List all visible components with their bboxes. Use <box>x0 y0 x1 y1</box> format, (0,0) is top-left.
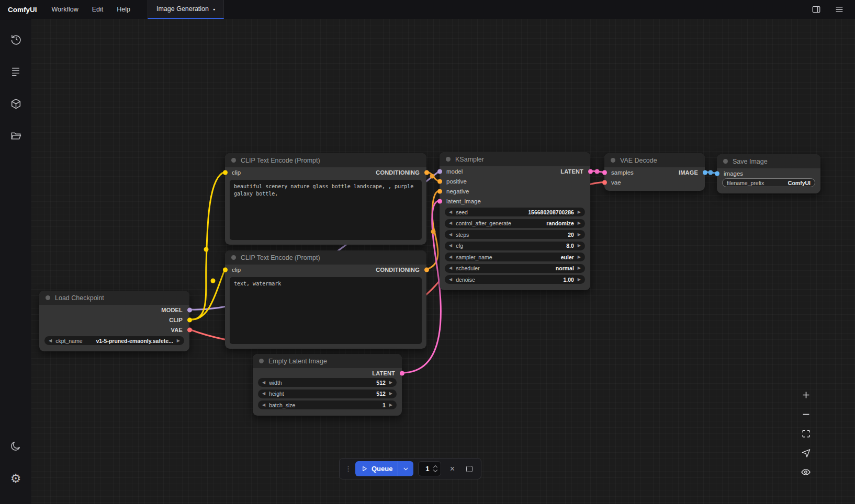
increment-arrow-icon[interactable]: ▶ <box>578 266 581 270</box>
increment-arrow-icon[interactable]: ▶ <box>578 255 581 259</box>
drag-handle-icon[interactable]: ⋮ <box>345 465 351 473</box>
tab-image-generation[interactable]: Image Generation ● <box>148 0 224 19</box>
port-image-output[interactable] <box>703 170 707 175</box>
zoom-out-icon[interactable] <box>800 408 812 420</box>
node-header[interactable]: Save Image <box>717 154 820 168</box>
collapse-dot[interactable] <box>723 159 728 164</box>
widget-width[interactable]: ◀ width 512 ▶ <box>258 378 397 387</box>
widget-scheduler[interactable]: ◀ scheduler normal ▶ <box>445 264 585 273</box>
node-vae-decode[interactable]: VAE Decode samples IMAGE vae <box>604 153 705 191</box>
decrement-arrow-icon[interactable]: ◀ <box>449 210 452 214</box>
port-latent-output[interactable] <box>588 169 593 174</box>
port-clip-output[interactable] <box>187 317 192 322</box>
collapse-dot[interactable] <box>446 157 451 162</box>
port-positive-input[interactable] <box>437 179 442 184</box>
decrement-arrow-icon[interactable]: ◀ <box>49 339 52 343</box>
increment-arrow-icon[interactable]: ▶ <box>578 278 581 282</box>
decrement-arrow-icon[interactable]: ◀ <box>449 255 452 259</box>
batch-count-stepper[interactable]: 1 <box>418 461 441 476</box>
increment-arrow-icon[interactable]: ▶ <box>578 221 581 225</box>
port-conditioning-output[interactable] <box>424 170 429 175</box>
widget-control-after-generate[interactable]: ◀ control_after_generate randomize ▶ <box>445 219 585 228</box>
hamburger-menu-icon[interactable] <box>834 4 845 15</box>
decrement-arrow-icon[interactable]: ◀ <box>449 266 452 270</box>
decrement-arrow-icon[interactable]: ◀ <box>262 381 265 385</box>
widget-batch-size[interactable]: ◀ batch_size 1 ▶ <box>258 400 397 409</box>
port-samples-input[interactable] <box>602 170 607 175</box>
panel-toggle-icon[interactable] <box>811 4 822 15</box>
widget-seed[interactable]: ◀ seed 156680208700286 ▶ <box>445 208 585 216</box>
widget-height[interactable]: ◀ height 512 ▶ <box>258 390 397 398</box>
increment-arrow-icon[interactable]: ▶ <box>389 403 392 407</box>
node-header[interactable]: VAE Decode <box>604 153 705 167</box>
port-latent-image-input[interactable] <box>437 199 442 203</box>
widget-cfg[interactable]: ◀ cfg 8.0 ▶ <box>445 242 585 250</box>
node-load-checkpoint[interactable]: Load Checkpoint MODEL CLIP VAE ◀ ckpt_na… <box>39 291 189 351</box>
decrement-arrow-icon[interactable]: ◀ <box>262 392 265 396</box>
widget-sampler-name[interactable]: ◀ sampler_name euler ▶ <box>445 253 585 261</box>
collapse-dot[interactable] <box>611 158 615 163</box>
node-clip-text-encode-positive[interactable]: CLIP Text Encode (Prompt) clip CONDITION… <box>225 153 426 245</box>
decrement-arrow-icon[interactable]: ◀ <box>262 403 265 407</box>
port-vae-output[interactable] <box>187 327 192 332</box>
menu-workflow[interactable]: Workflow <box>45 0 85 19</box>
decrement-arrow-icon[interactable]: ◀ <box>449 278 452 282</box>
collapse-dot[interactable] <box>259 359 264 363</box>
settings-gear-icon[interactable]: ⚙ <box>0 466 31 490</box>
clear-queue-icon[interactable]: × <box>446 463 458 475</box>
increment-arrow-icon[interactable]: ▶ <box>389 381 392 385</box>
node-header[interactable]: KSampler <box>440 152 590 166</box>
decrement-icon[interactable] <box>433 469 438 473</box>
model-library-cube-icon[interactable] <box>0 91 31 116</box>
port-model-output[interactable] <box>187 307 192 312</box>
port-model-input[interactable] <box>437 169 442 174</box>
increment-arrow-icon[interactable]: ▶ <box>578 244 581 248</box>
port-vae-input[interactable] <box>602 180 607 185</box>
positive-prompt-textarea[interactable]: beautiful scenery nature glass bottle la… <box>230 180 422 240</box>
increment-arrow-icon[interactable]: ▶ <box>578 210 581 214</box>
port-conditioning-output[interactable] <box>424 267 429 272</box>
node-header[interactable]: CLIP Text Encode (Prompt) <box>225 250 426 265</box>
increment-icon[interactable] <box>433 465 438 468</box>
port-negative-input[interactable] <box>437 189 442 193</box>
node-graph-canvas[interactable]: Load Checkpoint MODEL CLIP VAE ◀ ckpt_na… <box>31 19 855 504</box>
port-images-input[interactable] <box>715 171 719 176</box>
node-header[interactable]: Load Checkpoint <box>39 291 189 305</box>
port-clip-input[interactable] <box>223 267 228 272</box>
widget-ckpt-name[interactable]: ◀ ckpt_name v1-5-pruned-emaonly.safete..… <box>44 336 184 345</box>
zoom-in-icon[interactable] <box>800 389 812 400</box>
widget-steps[interactable]: ◀ steps 20 ▶ <box>445 230 585 239</box>
node-ksampler[interactable]: KSampler model LATENT positive negative … <box>440 152 590 290</box>
port-latent-output[interactable] <box>400 371 404 375</box>
widget-denoise[interactable]: ◀ denoise 1.00 ▶ <box>445 275 585 284</box>
decrement-arrow-icon[interactable]: ◀ <box>449 221 452 225</box>
node-save-image[interactable]: Save Image images filename_prefix ComfyU… <box>717 154 820 193</box>
decrement-arrow-icon[interactable]: ◀ <box>449 233 452 237</box>
collapse-dot[interactable] <box>231 255 236 260</box>
menu-help[interactable]: Help <box>110 0 137 19</box>
node-clip-text-encode-negative[interactable]: CLIP Text Encode (Prompt) clip CONDITION… <box>225 250 426 349</box>
node-header[interactable]: Empty Latent Image <box>253 354 402 368</box>
collapse-dot[interactable] <box>46 295 50 300</box>
stop-icon[interactable] <box>463 463 476 475</box>
increment-arrow-icon[interactable]: ▶ <box>177 339 180 343</box>
queue-options-chevron-icon[interactable] <box>398 461 413 476</box>
history-icon[interactable] <box>0 27 31 51</box>
toggle-visibility-eye-icon[interactable] <box>800 466 812 478</box>
node-empty-latent-image[interactable]: Empty Latent Image LATENT ◀ width 512 ▶ … <box>253 354 402 416</box>
fit-view-icon[interactable] <box>800 428 812 439</box>
increment-arrow-icon[interactable]: ▶ <box>578 233 581 237</box>
queue-list-icon[interactable] <box>0 59 31 83</box>
workflows-folder-icon[interactable] <box>0 124 31 148</box>
menu-edit[interactable]: Edit <box>85 0 110 19</box>
select-pointer-icon[interactable] <box>800 447 812 459</box>
increment-arrow-icon[interactable]: ▶ <box>389 392 392 396</box>
decrement-arrow-icon[interactable]: ◀ <box>449 244 452 248</box>
port-clip-input[interactable] <box>223 170 228 175</box>
queue-button[interactable]: Queue <box>355 461 413 476</box>
node-header[interactable]: CLIP Text Encode (Prompt) <box>225 153 426 167</box>
negative-prompt-textarea[interactable]: text, watermark <box>230 277 422 344</box>
widget-filename-prefix[interactable]: filename_prefix ComfyUI <box>722 178 815 187</box>
theme-toggle-moon-icon[interactable] <box>0 434 31 458</box>
collapse-dot[interactable] <box>231 158 236 163</box>
